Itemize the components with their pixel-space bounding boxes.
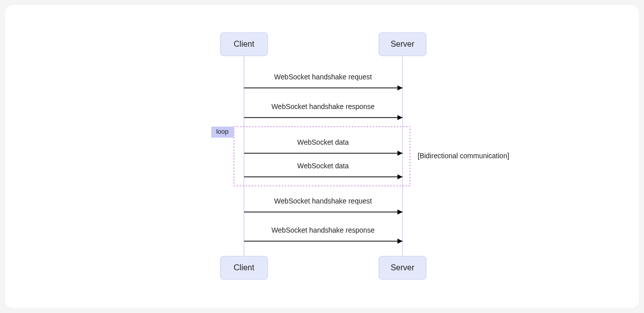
message-3-label: WebSocket data xyxy=(297,138,349,146)
actor-server-top-label: Server xyxy=(390,40,415,48)
loop-tag-label: loop xyxy=(216,128,229,135)
actor-server-bottom-label: Server xyxy=(390,263,415,272)
actor-client-bottom-label: Client xyxy=(234,263,255,272)
diagram-canvas: Client Server WebSocket handshake reques… xyxy=(5,5,639,308)
actor-client-top: Client xyxy=(220,33,268,56)
actor-server-top: Server xyxy=(379,33,426,56)
actor-server-bottom: Server xyxy=(379,256,426,279)
loop-note: [Bidirectional communication] xyxy=(418,152,509,160)
message-4-label: WebSocket data xyxy=(297,162,349,170)
message-1-label: WebSocket handshake request xyxy=(274,73,372,81)
message-5-label: WebSocket handshake request xyxy=(274,197,372,205)
message-6-label: WebSocket handshake response xyxy=(271,226,374,234)
sequence-diagram: Client Server WebSocket handshake reques… xyxy=(5,5,639,308)
actor-client-top-label: Client xyxy=(234,40,255,48)
actor-client-bottom: Client xyxy=(220,256,268,279)
message-2-label: WebSocket handshake response xyxy=(271,102,374,111)
